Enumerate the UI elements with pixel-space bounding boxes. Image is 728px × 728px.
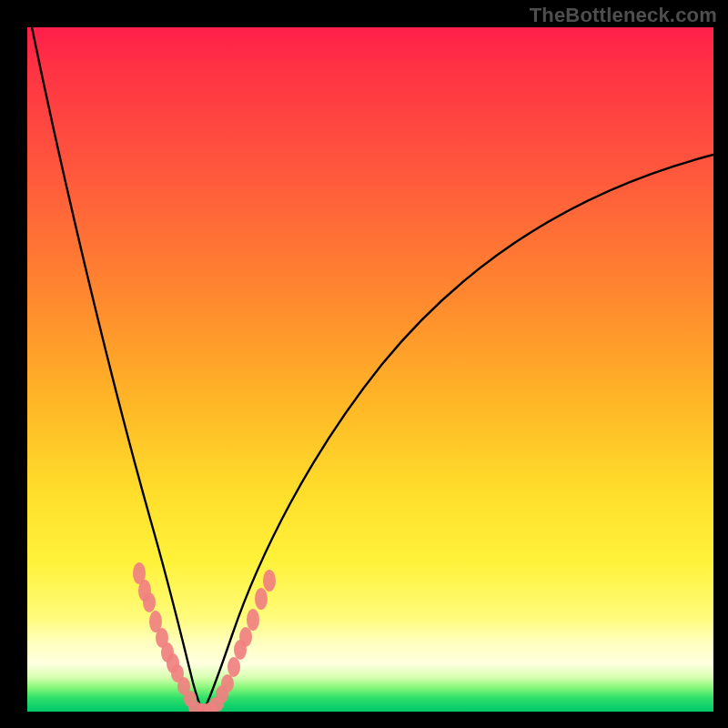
marker-dot: [239, 627, 252, 647]
marker-dot: [247, 609, 259, 631]
watermark-text: TheBottleneck.com: [530, 4, 717, 27]
plot-area: [27, 27, 713, 712]
marker-dot: [263, 570, 276, 592]
marker-group: [133, 562, 276, 712]
marker-dot: [221, 674, 234, 693]
marker-dot: [228, 657, 240, 677]
marker-dot: [255, 588, 268, 610]
curve-left: [32, 27, 203, 712]
curve-right: [203, 155, 713, 712]
marker-dot: [143, 592, 156, 612]
chart-frame: TheBottleneck.com: [0, 0, 728, 728]
chart-svg: [27, 27, 713, 712]
